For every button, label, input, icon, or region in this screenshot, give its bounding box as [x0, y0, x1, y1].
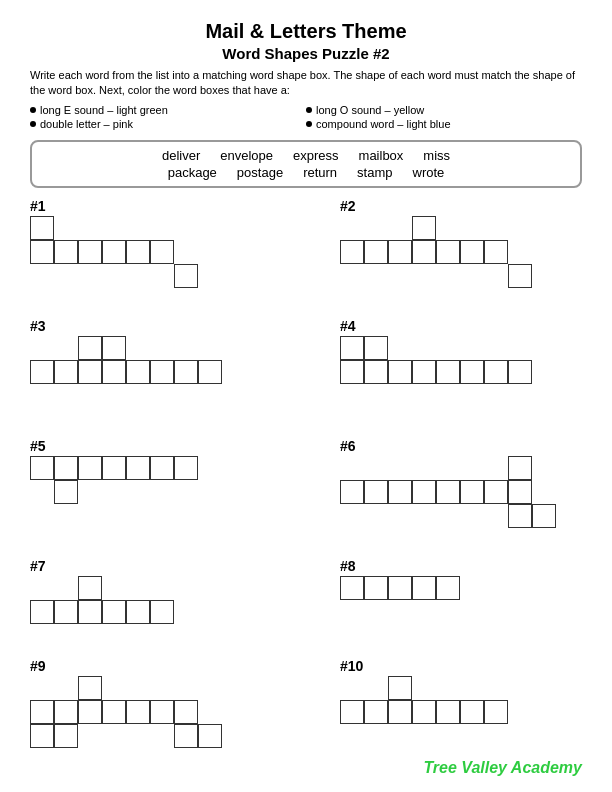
cell[interactable]: [388, 676, 412, 700]
cell[interactable]: [78, 240, 102, 264]
word-package: package: [168, 165, 217, 180]
cell[interactable]: [174, 700, 198, 724]
cell[interactable]: [30, 700, 54, 724]
cell[interactable]: [340, 360, 364, 384]
puzzle-1-label: #1: [30, 198, 230, 214]
cell[interactable]: [78, 676, 102, 700]
cell[interactable]: [460, 480, 484, 504]
cell[interactable]: [388, 360, 412, 384]
cell[interactable]: [364, 480, 388, 504]
cell[interactable]: [484, 480, 508, 504]
cell[interactable]: [436, 700, 460, 724]
cell[interactable]: [508, 504, 532, 528]
cell[interactable]: [78, 360, 102, 384]
cell[interactable]: [102, 600, 126, 624]
puzzle-5-label: #5: [30, 438, 230, 454]
cell[interactable]: [78, 456, 102, 480]
cell[interactable]: [340, 240, 364, 264]
cell[interactable]: [78, 700, 102, 724]
cell[interactable]: [340, 336, 364, 360]
cell[interactable]: [364, 336, 388, 360]
cell[interactable]: [150, 700, 174, 724]
cell[interactable]: [30, 724, 54, 748]
puzzle-6: #6: [340, 438, 600, 536]
cell[interactable]: [126, 240, 150, 264]
cell[interactable]: [412, 700, 436, 724]
cell[interactable]: [340, 480, 364, 504]
cell[interactable]: [102, 360, 126, 384]
cell[interactable]: [54, 600, 78, 624]
cell[interactable]: [436, 240, 460, 264]
cell[interactable]: [340, 576, 364, 600]
word-stamp: stamp: [357, 165, 392, 180]
cell[interactable]: [30, 240, 54, 264]
cell[interactable]: [412, 216, 436, 240]
cell[interactable]: [54, 360, 78, 384]
cell[interactable]: [532, 504, 556, 528]
cell[interactable]: [150, 360, 174, 384]
cell[interactable]: [30, 600, 54, 624]
cell[interactable]: [150, 240, 174, 264]
cell[interactable]: [364, 576, 388, 600]
cell[interactable]: [436, 576, 460, 600]
cell[interactable]: [78, 600, 102, 624]
puzzle-9-label: #9: [30, 658, 250, 674]
cell[interactable]: [102, 700, 126, 724]
cell[interactable]: [174, 264, 198, 288]
cell[interactable]: [388, 480, 412, 504]
cell[interactable]: [174, 456, 198, 480]
cell[interactable]: [388, 576, 412, 600]
puzzle-2-label: #2: [340, 198, 540, 214]
cell[interactable]: [78, 336, 102, 360]
puzzle-4: #4: [340, 318, 560, 406]
cell[interactable]: [126, 700, 150, 724]
cell[interactable]: [436, 360, 460, 384]
cell[interactable]: [340, 700, 364, 724]
cell[interactable]: [54, 700, 78, 724]
cell[interactable]: [126, 360, 150, 384]
cell[interactable]: [174, 724, 198, 748]
cell[interactable]: [508, 360, 532, 384]
puzzle-6-label: #6: [340, 438, 600, 454]
cell[interactable]: [30, 360, 54, 384]
cell[interactable]: [460, 360, 484, 384]
cell[interactable]: [198, 724, 222, 748]
cell[interactable]: [412, 240, 436, 264]
cell[interactable]: [364, 240, 388, 264]
cell[interactable]: [54, 456, 78, 480]
puzzle-8: #8: [340, 558, 490, 626]
cell[interactable]: [54, 724, 78, 748]
cell[interactable]: [484, 700, 508, 724]
cell[interactable]: [388, 700, 412, 724]
bullet-dot-4: [306, 121, 312, 127]
cell[interactable]: [484, 240, 508, 264]
cell[interactable]: [460, 240, 484, 264]
cell[interactable]: [436, 480, 460, 504]
cell[interactable]: [102, 336, 126, 360]
cell[interactable]: [412, 480, 436, 504]
bullet-dot-3: [30, 121, 36, 127]
cell[interactable]: [102, 456, 126, 480]
cell[interactable]: [198, 360, 222, 384]
cell[interactable]: [30, 456, 54, 480]
cell[interactable]: [484, 360, 508, 384]
cell[interactable]: [508, 264, 532, 288]
cell[interactable]: [364, 700, 388, 724]
cell[interactable]: [388, 240, 412, 264]
cell[interactable]: [126, 456, 150, 480]
cell[interactable]: [30, 216, 54, 240]
cell[interactable]: [126, 600, 150, 624]
cell[interactable]: [54, 240, 78, 264]
cell[interactable]: [174, 360, 198, 384]
cell[interactable]: [150, 456, 174, 480]
cell[interactable]: [364, 360, 388, 384]
cell[interactable]: [54, 480, 78, 504]
cell[interactable]: [412, 360, 436, 384]
cell[interactable]: [150, 600, 174, 624]
cell[interactable]: [102, 240, 126, 264]
cell[interactable]: [460, 700, 484, 724]
cell[interactable]: [508, 480, 532, 504]
cell[interactable]: [78, 576, 102, 600]
cell[interactable]: [412, 576, 436, 600]
cell[interactable]: [508, 456, 532, 480]
